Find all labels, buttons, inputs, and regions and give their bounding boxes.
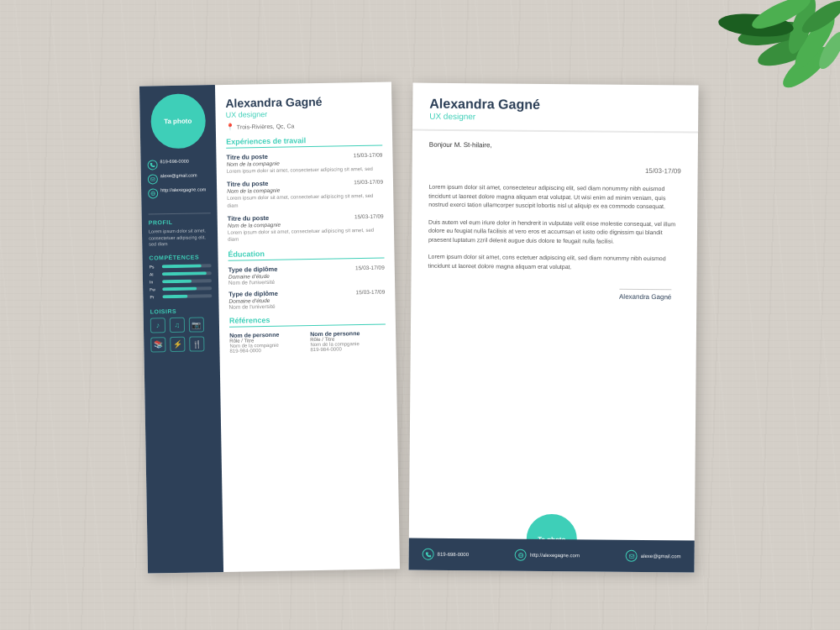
edu-type-2: Type de diplôme xyxy=(228,290,278,298)
cover-date: 15/03-17/09 xyxy=(429,165,681,176)
sidebar-contact: 819-698-0000 alexe@gmail.com http://alex… xyxy=(147,158,210,202)
competence-fw: Fw xyxy=(150,286,212,291)
job-date-3: 15/03-17/09 xyxy=(354,213,384,220)
email-icon xyxy=(148,174,158,184)
loisirs-section: Loisirs ♪ ♫ 📷 📚 ⚡ 🍴 xyxy=(150,307,213,352)
ref-phone-2: 819-984-0000 xyxy=(310,345,386,352)
job-entry-2: Titre du poste 15/03-17/09 Nom de la com… xyxy=(227,178,384,209)
footer-email-text: alexe@gmail.com xyxy=(641,554,681,559)
work-section-header: Expériences de travail xyxy=(226,134,382,148)
cover-signature: Alexandra Gagné xyxy=(619,289,671,302)
cover-paragraph-1: Lorem ipsum dolor sit amet, consecteteur… xyxy=(428,183,680,212)
cover-footer: 819-698-0000 http://alexegagne.com alexe… xyxy=(408,538,694,573)
ref-entry-1: Nom de personne Rôle / Titre Nom de la c… xyxy=(229,331,305,354)
footer-website-text: http://alexegagne.com xyxy=(530,553,580,559)
sidebar-photo-label: Ta photo xyxy=(164,117,192,125)
resume-card: Ta photo 819-698-0000 alexe@gmail.com xyxy=(139,81,400,573)
edu-date-1: 15/03-17/09 xyxy=(355,264,385,270)
svg-rect-9 xyxy=(150,178,155,181)
resume-location: 📍 Trois-Rivières, Qc, Ca xyxy=(226,120,382,130)
ref-entry-2: Nom de personne Rôle / Titre Nom de la c… xyxy=(310,329,386,352)
contact-email-item: alexe@gmail.com xyxy=(148,172,210,184)
competence-ps: Ps xyxy=(150,263,212,269)
plant-decoration xyxy=(672,0,840,185)
footer-email-contact: alexe@gmail.com xyxy=(626,550,681,563)
resume-sidebar: Ta photo 819-698-0000 alexe@gmail.com xyxy=(139,85,223,573)
cover-footer-wrapper: Ta photo 819-698-0000 http://alexegagne.… xyxy=(408,538,694,573)
sidebar-divider-1 xyxy=(149,213,211,214)
job-entry-1: Titre du poste 15/03-17/09 Nom de la com… xyxy=(226,150,382,175)
cover-greeting: Bonjour M. St-hilaire, xyxy=(429,141,681,151)
documents-container: Ta photo 819-698-0000 alexe@gmail.com xyxy=(144,59,696,571)
competence-pr: Pr xyxy=(150,293,212,299)
resume-job-title: UX designer xyxy=(225,108,381,118)
edu-type-1: Type de diplôme xyxy=(228,265,278,274)
location-icon: 📍 xyxy=(226,123,234,130)
competence-in: In xyxy=(150,278,212,284)
cover-paragraph-2: Duis autem vel eum iriure dolor in hendr… xyxy=(428,218,680,246)
edu-date-2: 15/03-17/09 xyxy=(356,288,386,295)
contact-website-text: http://alexegagne.com xyxy=(160,186,206,193)
contact-phone-item: 819-698-0000 xyxy=(147,158,209,170)
edu-section-header: Éducation xyxy=(228,247,384,260)
contact-website-item: http://alexegagne.com xyxy=(148,186,210,198)
cover-header: Alexandra Gagné UX designer xyxy=(412,83,698,134)
footer-phone-contact: 819-698-0000 xyxy=(423,549,469,560)
website-icon xyxy=(148,188,158,198)
sidebar-photo-circle: Ta photo xyxy=(150,93,206,149)
competences-title: Compétences xyxy=(149,254,211,260)
contact-phone-text: 819-698-0000 xyxy=(160,159,188,165)
loisir-fitness-icon: ⚡ xyxy=(170,337,185,352)
location-text: Trois-Rivières, Qc, Ca xyxy=(237,123,295,129)
job-desc-2: Lorem ipsum dolor sit amet, consectetuer… xyxy=(227,192,383,209)
footer-phone-icon xyxy=(423,549,434,560)
phone-icon xyxy=(147,160,157,170)
profile-section-title: Profil xyxy=(149,219,173,225)
job-date-2: 15/03-17/09 xyxy=(354,179,383,186)
job-entry-3: Titre du poste 15/03-17/09 Nom de la com… xyxy=(228,213,385,244)
loisir-chef-icon: 🍴 xyxy=(189,336,204,351)
footer-website-icon xyxy=(515,549,527,561)
cover-card: Alexandra Gagné UX designer Bonjour M. S… xyxy=(408,83,698,573)
footer-phone-text: 819-698-0000 xyxy=(438,552,469,557)
contact-email-text: alexe@gmail.com xyxy=(160,172,197,179)
loisir-book-icon: 📚 xyxy=(150,337,165,352)
edu-entry-2: Type de diplôme 15/03-17/09 Domaine d'ét… xyxy=(228,287,385,309)
cover-body: Bonjour M. St-hilaire, 15/03-17/09 Lorem… xyxy=(409,131,698,516)
loisirs-title: Loisirs xyxy=(150,307,213,314)
profile-text: Lorem ipsum dolor sit amet, consectetuer… xyxy=(149,228,211,248)
loisir-note-icon: ♫ xyxy=(170,318,185,333)
refs-grid: Nom de personne Rôle / Titre Nom de la c… xyxy=(229,329,386,353)
refs-section-header: Références xyxy=(229,313,386,327)
footer-website-contact: http://alexegagne.com xyxy=(515,549,580,562)
loisir-music-icon: ♪ xyxy=(150,318,165,333)
loisirs-icons: ♪ ♫ 📷 📚 ⚡ 🍴 xyxy=(150,317,213,352)
competences-section: Compétences Ps AI In Fw P xyxy=(149,254,212,302)
loisir-camera-icon: 📷 xyxy=(189,317,204,332)
footer-email-icon xyxy=(626,550,638,562)
job-date-1: 15/03-17/09 xyxy=(354,151,383,158)
svg-rect-16 xyxy=(629,554,634,558)
competence-ai: AI xyxy=(150,270,212,276)
job-desc-3: Lorem ipsum dolor sit amet, consectetuer… xyxy=(228,227,384,244)
edu-entry-1: Type de diplôme 15/03-17/09 Domaine d'ét… xyxy=(228,263,385,285)
cover-paragraph-3: Lorem ipsum dolor sit amet, cons ectetue… xyxy=(428,253,680,273)
resume-main: Alexandra Gagné UX designer 📍 Trois-Rivi… xyxy=(215,81,400,572)
ref-phone-1: 819-984-0000 xyxy=(229,347,305,354)
cover-job-title: UX designer xyxy=(429,112,681,123)
